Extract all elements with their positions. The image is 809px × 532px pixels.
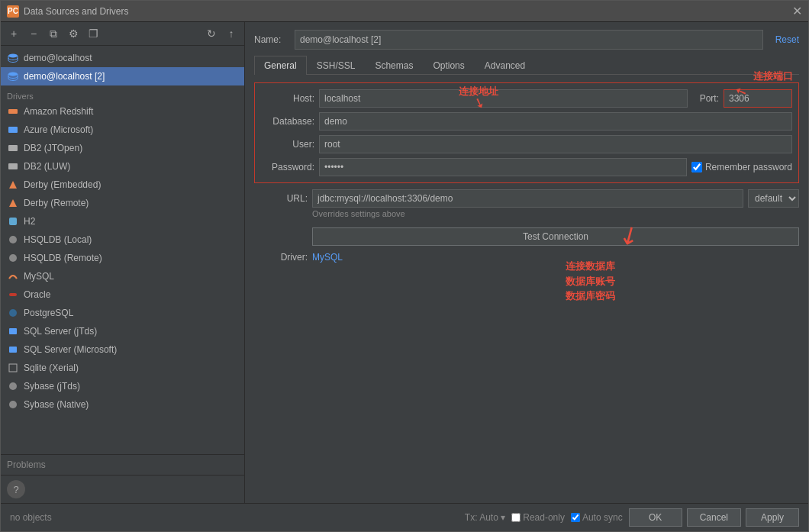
- driver-h2[interactable]: H2: [1, 212, 244, 231]
- svg-rect-3: [8, 127, 18, 133]
- driver-amazon-redshift[interactable]: Amazon Redshift: [1, 102, 244, 121]
- driver-label-pg: PostgreSQL: [24, 308, 73, 318]
- apply-button[interactable]: Apply: [746, 508, 799, 527]
- copy-button[interactable]: ⧉: [45, 25, 62, 42]
- right-panel: Name: Reset General SSH/SSL Schemas Opti…: [245, 22, 808, 503]
- remember-checkbox[interactable]: [691, 162, 702, 172]
- name-row: Name: Reset: [254, 30, 799, 50]
- url-row: URL: default: [254, 189, 799, 208]
- driver-label: Driver:: [254, 252, 308, 263]
- driver-icon-oracle: [7, 289, 19, 301]
- password-row: Password: Remember password: [261, 158, 792, 176]
- settings-button[interactable]: ⚙: [65, 25, 82, 42]
- refresh-button[interactable]: ↻: [203, 25, 220, 42]
- name-input[interactable]: [295, 30, 763, 50]
- host-input[interactable]: [319, 89, 688, 108]
- svg-rect-13: [9, 328, 17, 334]
- driver-label-ssjtds: SQL Server (jTds): [24, 326, 97, 337]
- db-icon: [7, 52, 19, 64]
- driver-db2-luw[interactable]: DB2 (LUW): [1, 157, 244, 176]
- database-row: Database:: [261, 112, 792, 131]
- svg-point-17: [9, 401, 17, 408]
- driver-label-sybn: Sybase (Native): [24, 399, 89, 410]
- driver-icon-db2l: [7, 160, 19, 172]
- driver-sqlserver-microsoft[interactable]: SQL Server (Microsoft): [1, 340, 244, 359]
- driver-db2-jtopen[interactable]: DB2 (JTOpen): [1, 139, 244, 157]
- driver-mysql[interactable]: MySQL: [1, 267, 244, 285]
- driver-label-derby-e: Derby (Embedded): [24, 179, 101, 190]
- datasource-list: demo@localhost demo@localhost [2] Driver…: [1, 46, 244, 454]
- driver-icon-mysql: [7, 270, 19, 282]
- driver-oracle[interactable]: Oracle: [1, 285, 244, 304]
- close-button[interactable]: ✕: [792, 4, 802, 18]
- add-button[interactable]: +: [5, 25, 22, 42]
- driver-azure[interactable]: Azure (Microsoft): [1, 121, 244, 139]
- driver-label-derby-r: Derby (Remote): [24, 198, 89, 208]
- drivers-header: Drivers: [1, 85, 244, 102]
- password-input[interactable]: [319, 158, 687, 176]
- remember-row: Remember password: [691, 162, 792, 172]
- main-window: PC Data Sources and Drivers ✕ + − ⧉ ⚙ ❐ …: [0, 0, 809, 532]
- driver-icon-db2j: [7, 142, 19, 154]
- url-mode-select[interactable]: default: [748, 189, 799, 208]
- bottom-controls: Tx: Auto ▾ Read-only Auto sync: [465, 512, 623, 523]
- cancel-button[interactable]: Cancel: [687, 508, 741, 527]
- remove-button[interactable]: −: [25, 25, 42, 42]
- datasource-item-2[interactable]: demo@localhost [2]: [1, 67, 244, 85]
- driver-label-oracle: Oracle: [24, 289, 50, 300]
- tab-advanced[interactable]: Advanced: [475, 56, 535, 75]
- driver-sybase-native[interactable]: Sybase (Native): [1, 395, 244, 414]
- driver-derby-embedded[interactable]: Derby (Embedded): [1, 176, 244, 194]
- app-icon: PC: [7, 5, 19, 18]
- driver-icon-derby-r: [7, 197, 19, 209]
- svg-rect-4: [8, 145, 18, 151]
- svg-rect-8: [9, 218, 17, 225]
- user-input[interactable]: [319, 135, 792, 153]
- tab-options[interactable]: Options: [423, 56, 474, 75]
- database-input[interactable]: [319, 112, 792, 131]
- driver-hsqldb-remote[interactable]: HSQLDB (Remote): [1, 249, 244, 267]
- up-button[interactable]: ↑: [223, 25, 240, 42]
- url-label: URL:: [254, 193, 308, 204]
- driver-postgresql[interactable]: PostgreSQL: [1, 304, 244, 322]
- driver-label: Amazon Redshift: [24, 106, 93, 117]
- user-label: User:: [261, 139, 314, 150]
- driver-label-sqlite: Sqlite (Xerial): [24, 363, 79, 373]
- remember-label: Remember password: [705, 162, 792, 172]
- db-icon-2: [7, 70, 19, 82]
- tab-general[interactable]: General: [254, 56, 307, 75]
- tab-schemas[interactable]: Schemas: [365, 56, 423, 75]
- main-content: + − ⧉ ⚙ ❐ ↻ ↑ demo@localhost: [1, 22, 808, 503]
- reset-link[interactable]: Reset: [775, 34, 799, 45]
- driver-sybase-jtds[interactable]: Sybase (jTds): [1, 377, 244, 395]
- datasource-item-1[interactable]: demo@localhost: [1, 49, 244, 67]
- driver-label-azure: Azure (Microsoft): [24, 124, 93, 135]
- connection-form: Host: Port: Database: User: Passwor: [254, 82, 799, 183]
- test-connection-button[interactable]: Test Connection: [312, 227, 799, 246]
- read-only-checkbox[interactable]: [511, 513, 521, 522]
- driver-icon-sybn: [7, 398, 19, 411]
- driver-icon-ssms: [7, 343, 19, 356]
- driver-label-db2l: DB2 (LUW): [24, 161, 70, 172]
- auto-sync-toggle: Auto sync: [571, 512, 623, 523]
- driver-derby-remote[interactable]: Derby (Remote): [1, 194, 244, 212]
- svg-rect-11: [9, 293, 17, 296]
- driver-row: Driver: MySQL: [254, 252, 799, 263]
- help-button[interactable]: ?: [7, 480, 25, 498]
- port-input[interactable]: [724, 89, 792, 108]
- svg-point-12: [9, 309, 17, 317]
- driver-icon-h2: [7, 215, 19, 227]
- svg-marker-6: [9, 181, 17, 189]
- driver-sqlite[interactable]: Sqlite (Xerial): [1, 359, 244, 377]
- user-row: User:: [261, 135, 792, 153]
- tab-ssh-ssl[interactable]: SSH/SSL: [307, 56, 366, 75]
- datasource-label-1: demo@localhost: [24, 53, 92, 63]
- driver-link[interactable]: MySQL: [312, 252, 343, 263]
- read-only-toggle: Read-only: [511, 512, 565, 523]
- driver-hsqldb-local[interactable]: HSQLDB (Local): [1, 231, 244, 249]
- driver-sqlserver-jtds[interactable]: SQL Server (jTds): [1, 322, 244, 340]
- url-input[interactable]: [312, 189, 743, 208]
- auto-sync-checkbox[interactable]: [571, 513, 580, 522]
- duplicate-button[interactable]: ❐: [85, 25, 102, 42]
- ok-button[interactable]: OK: [629, 508, 682, 527]
